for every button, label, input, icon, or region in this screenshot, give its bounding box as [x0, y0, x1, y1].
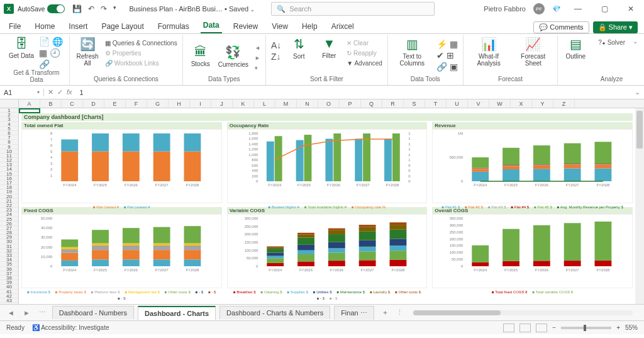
undo-icon[interactable]: ↶ [88, 4, 94, 13]
column-headers[interactable]: ABCDEFGHIJKLMNOPQRSTUVWXYZ [19, 99, 644, 108]
diamond-icon[interactable]: 💎 [552, 5, 561, 13]
existing-connections-icon[interactable]: 🔗 [39, 59, 50, 69]
refresh-all-button[interactable]: 🔄Refresh All [75, 37, 100, 67]
qat-more-icon[interactable]: ▾ [113, 4, 116, 13]
data-validation-icon[interactable]: ✔ [436, 50, 444, 60]
from-table-icon[interactable]: ▦ [39, 48, 47, 58]
text-to-columns-button[interactable]: ▥Text to Columns [393, 37, 431, 67]
relationships-icon[interactable]: 🔗 [436, 62, 447, 72]
sort-button[interactable]: ⇅Sort [286, 37, 311, 60]
normal-view-icon[interactable] [503, 324, 514, 332]
tab-data[interactable]: Data [201, 18, 222, 33]
sheet-tab-finan[interactable]: Finan ⋯ [334, 306, 374, 320]
tab-help[interactable]: Help [299, 20, 320, 33]
new-sheet-icon[interactable]: ＋ [378, 308, 392, 317]
sheet-nav-prev-icon[interactable]: ◄ [5, 309, 17, 317]
outline-button[interactable]: ▤Outline [563, 37, 588, 60]
sort-asc-icon[interactable]: A↓ [271, 40, 281, 50]
expand-formula-icon[interactable]: ⌄ [631, 88, 644, 96]
maximize-icon[interactable]: ▢ [595, 4, 614, 13]
accessibility-status[interactable]: ♿ Accessibility: Investigate [32, 324, 109, 331]
vertical-scrollbar[interactable] [635, 108, 644, 304]
tab-page-layout[interactable]: Page Layout [99, 20, 146, 33]
zoom-slider[interactable] [561, 327, 611, 329]
chart-revenue[interactable]: Revenue 0500,0001MFY2024FY2025FY2026FY20… [432, 121, 633, 203]
row-headers[interactable]: 1234567891011121314151617181920212223242… [0, 108, 19, 304]
autosave-toggle[interactable]: AutoSave [18, 4, 65, 13]
active-cell[interactable] [19, 108, 40, 113]
close-icon[interactable]: ✕ [621, 4, 640, 13]
share-button[interactable]: 🔒 Share ▾ [593, 21, 638, 33]
chart-occupancy[interactable]: Occupancy Rate 02004006008001,0001,2001,… [227, 121, 428, 203]
tab-view[interactable]: View [269, 20, 291, 33]
comments-button[interactable]: 💬 Comments [533, 21, 589, 33]
from-text-icon[interactable]: 📄 [39, 37, 50, 47]
svg-rect-134 [267, 263, 284, 266]
svg-rect-106 [92, 244, 109, 245]
page-layout-view-icon[interactable] [519, 324, 531, 332]
chart-fixed-cogs[interactable]: Fixed COGS 010,00020,00030,00040,00050,0… [21, 206, 222, 288]
svg-rect-123 [184, 245, 201, 251]
stocks-button[interactable]: 🏛Stocks [188, 45, 213, 67]
sheet-list-icon[interactable]: ⋮ [396, 308, 403, 317]
zoom-out-icon[interactable]: − [552, 324, 556, 331]
cancel-formula-icon[interactable]: ✕ [48, 88, 53, 96]
data-model-icon[interactable]: ▣ [450, 62, 458, 72]
horizontal-scrollbar[interactable] [413, 310, 633, 315]
sheet-tab-dashboard-numbers[interactable]: Dashboard - Numbers [52, 306, 134, 319]
zoom-level[interactable]: 55% [625, 324, 638, 331]
dropdown-icon[interactable]: ▾ [255, 65, 260, 71]
flash-fill-icon[interactable]: ⚡ [436, 39, 447, 49]
user-name[interactable]: Pietro Fabbro [484, 5, 526, 13]
search-box[interactable]: 🔍 Search [271, 2, 435, 16]
recent-sources-icon[interactable]: 🕘 [50, 48, 60, 58]
select-all-corner[interactable] [0, 99, 19, 108]
tab-formulas[interactable]: Formulas [155, 20, 192, 33]
scroll-right-icon[interactable]: ► [255, 55, 260, 61]
tab-arixcel[interactable]: Arixcel [329, 20, 357, 33]
toggle-on-icon[interactable] [47, 4, 65, 13]
chart-variable-cogs[interactable]: Variable COGS 050,000100,000150,000200,0… [227, 206, 428, 288]
document-title[interactable]: Business Plan - AirBnB Busi… • Saved ⌄ [129, 5, 255, 13]
page-break-view-icon[interactable] [536, 324, 547, 332]
tab-home[interactable]: Home [32, 20, 57, 33]
zoom-in-icon[interactable]: + [616, 324, 620, 331]
svg-rect-89 [595, 142, 612, 164]
advanced-filter-button[interactable]: ▼ Advanced [347, 59, 382, 67]
redo-icon[interactable]: ↷ [101, 4, 107, 13]
sheet-tab-dashboard-both[interactable]: Dashboard - Charts & Numbers [219, 306, 330, 319]
sort-desc-icon[interactable]: Z↓ [271, 52, 281, 62]
chart-overall-cogs[interactable]: Overall COGS 050,000100,000150,000200,00… [432, 206, 633, 288]
currencies-button[interactable]: 💱Currencies [218, 45, 248, 68]
avatar[interactable]: PF [533, 3, 545, 14]
solver-button[interactable]: ?⬥ Solver [598, 37, 625, 47]
forecast-sheet-button[interactable]: 📈Forecast Sheet [514, 37, 552, 67]
name-box[interactable]: A1▾ [0, 89, 44, 96]
minimize-icon[interactable]: — [569, 4, 587, 13]
chart-owned-flat[interactable]: Total owned Flat 12345678FY2024FY2025FY2… [21, 121, 222, 203]
group-outline: ▤Outline [558, 35, 593, 85]
tab-review[interactable]: Review [231, 20, 260, 33]
enter-formula-icon[interactable]: ✓ [57, 88, 63, 96]
tab-insert[interactable]: Insert [66, 20, 90, 33]
scroll-left-icon[interactable]: ◄ [255, 45, 260, 51]
svg-rect-154 [328, 234, 345, 242]
collapse-ribbon-icon[interactable]: ⌄ [630, 35, 640, 85]
svg-rect-148 [297, 233, 314, 235]
formula-input[interactable]: 1 [76, 89, 631, 96]
consolidate-icon[interactable]: ⊞ [447, 50, 454, 60]
queries-connections-button[interactable]: ▦ Queries & Connections [105, 39, 177, 47]
from-web-icon[interactable]: 🌐 [52, 37, 63, 47]
tab-file[interactable]: File [6, 20, 23, 33]
filter-button[interactable]: ▼Filter [316, 37, 341, 59]
fx-icon[interactable]: fx [67, 88, 72, 96]
worksheet-grid[interactable]: ABCDEFGHIJKLMNOPQRSTUVWXYZ 1234567891011… [0, 99, 644, 304]
svg-text:1,400: 1,400 [248, 142, 258, 146]
save-icon[interactable]: 💾 [72, 4, 82, 13]
remove-dup-icon[interactable]: ▦ [450, 39, 458, 49]
sheet-tab-dashboard-charts[interactable]: Dashboard - Charts [138, 306, 216, 320]
sheet-nav-next-icon[interactable]: ► [21, 309, 33, 317]
whatif-button[interactable]: 📊What-If Analysis [469, 37, 509, 67]
get-data-button[interactable]: 🗄Get Data [9, 37, 34, 59]
sheet-nav-more-icon[interactable]: ⋯ [36, 308, 48, 317]
